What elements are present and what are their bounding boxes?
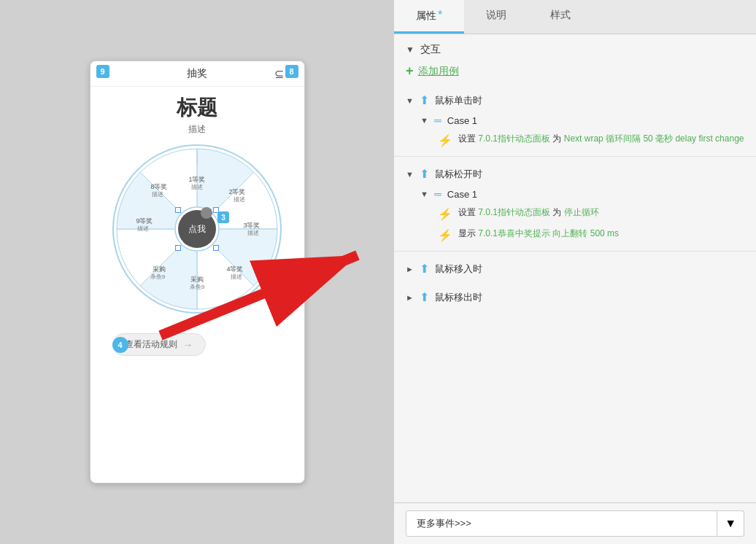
case-header-2[interactable]: ▼ ═ Case 1 [394, 185, 756, 203]
tab-style[interactable]: 样式 [528, 0, 593, 34]
chevron-down-icon: ▼ [406, 44, 414, 55]
action-text-3: 显示 7.0.1恭喜中奖提示 向上翻转 500 ms [458, 227, 619, 240]
phone-title: 抽奖 [187, 67, 207, 80]
event-header-3[interactable]: ► ⬆ 鼠标移入时 [394, 257, 756, 280]
action-item-1: ⚡ 设置 7.0.1指针动态面板 为 Next wrap 循环间隔 50 毫秒 … [394, 129, 756, 150]
event-group-1: ▼ ⬆ 鼠标单击时 ▼ ═ Case 1 ⚡ 设置 7.0.1指针动态面板 为 … [394, 86, 756, 153]
svg-text:杀鱼9: 杀鱼9 [190, 284, 205, 290]
right-panel: 属性 说明 样式 ▼ 交互 + 添加用例 ▼ ⬆ 鼠标单击时 ▼ ═ Case [394, 0, 756, 544]
phone-content: 标题 描述 [90, 87, 304, 374]
case-icon-2: ═ [434, 188, 441, 200]
action-text-2: 设置 7.0.1指针动态面板 为 停止循环 [458, 206, 599, 219]
lightning-icon: ⚡ [438, 207, 452, 221]
action-item-2: ⚡ 设置 7.0.1指针动态面板 为 停止循环 [394, 203, 756, 224]
badge-9: 9 [96, 65, 109, 78]
svg-text:杀鱼9: 杀鱼9 [150, 273, 166, 280]
add-case-label[interactable]: 添加用例 [418, 65, 459, 78]
gray-indicator [201, 207, 212, 219]
svg-text:描述: 描述 [191, 184, 203, 190]
case-name-2: Case 1 [447, 189, 477, 200]
event-header-4[interactable]: ► ⬆ 鼠标移出时 [394, 286, 756, 308]
share-icon: ⊆ [274, 67, 284, 81]
event-name-2: 鼠标松开时 [435, 168, 482, 181]
badge-8: 8 [285, 65, 298, 78]
rules-arrow-icon: → [183, 339, 193, 351]
panel-content: ▼ 交互 + 添加用例 ▼ ⬆ 鼠标单击时 ▼ ═ Case 1 ⚡ [394, 34, 756, 502]
badge-4: 4 [112, 337, 128, 353]
tab-description[interactable]: 说明 [464, 0, 528, 34]
event-group-3: ► ⬆ 鼠标移入时 [394, 254, 756, 283]
dropdown-arrow-icon: ▼ [725, 517, 736, 529]
event-group-2: ▼ ⬆ 鼠标松开时 ▼ ═ Case 1 ⚡ 设置 7.0.1指针动态面板 为 … [394, 160, 756, 248]
interaction-section-header: ▼ 交互 [394, 34, 756, 61]
bottom-area: 查看活动规则 → 4 [98, 322, 297, 367]
svg-text:描述: 描述 [137, 225, 149, 232]
case-icon-1: ═ [434, 114, 441, 126]
svg-text:3等奖: 3等奖 [243, 222, 260, 229]
event-header-1[interactable]: ▼ ⬆ 鼠标单击时 [394, 89, 756, 112]
description: 描述 [98, 123, 297, 136]
svg-text:采购: 采购 [190, 276, 204, 283]
lightning-icon: ⚡ [438, 228, 452, 242]
tab-bar: 属性 说明 样式 [394, 0, 756, 34]
action-item-3: ⚡ 显示 7.0.1恭喜中奖提示 向上翻转 500 ms [394, 224, 756, 245]
chevron-down-icon: ▼ [420, 116, 428, 125]
wheel-container: 1等奖 描述 2等奖 描述 3等奖 描述 4等奖 描述 采购 杀鱼9 采购 [109, 141, 285, 316]
phone-header: 9 抽奖 ⊆ 8 [90, 61, 304, 87]
mouse-leave-icon: ⬆ [420, 290, 429, 304]
event-name-3: 鼠标移入时 [435, 263, 482, 276]
mouse-enter-icon: ⬆ [420, 262, 429, 276]
mouse-click-icon: ⬆ [420, 93, 429, 107]
svg-text:描述: 描述 [247, 230, 259, 236]
main-title: 标题 [98, 94, 297, 122]
svg-text:4等奖: 4等奖 [226, 265, 243, 273]
svg-text:9等奖: 9等奖 [136, 217, 153, 225]
left-panel: 9 抽奖 ⊆ 8 标题 描述 [0, 0, 394, 544]
svg-text:描述: 描述 [234, 196, 245, 203]
chevron-down-icon: ▼ [406, 170, 414, 179]
chevron-right-icon: ► [406, 265, 414, 273]
chevron-right-icon: ► [406, 293, 414, 302]
chevron-down-icon: ▼ [406, 96, 414, 105]
plus-icon: + [406, 63, 414, 79]
handle-tl[interactable] [175, 207, 181, 213]
divider-1 [394, 156, 756, 157]
chevron-down-icon: ▼ [420, 190, 428, 198]
svg-text:2等奖: 2等奖 [228, 188, 245, 195]
handle-br[interactable] [213, 245, 219, 251]
lightning-icon: ⚡ [438, 133, 452, 147]
svg-text:描述: 描述 [231, 273, 242, 280]
event-name-4: 鼠标移出时 [435, 291, 482, 304]
case-header-1[interactable]: ▼ ═ Case 1 [394, 112, 756, 129]
event-group-4: ► ⬆ 鼠标移出时 [394, 283, 756, 311]
mouse-release-icon: ⬆ [420, 167, 429, 181]
badge-3: 3 [217, 211, 229, 223]
case-name-1: Case 1 [447, 115, 477, 126]
more-events-bar: 更多事件>>> ▼ [394, 502, 756, 544]
svg-text:8等奖: 8等奖 [150, 183, 167, 190]
more-events-dropdown[interactable]: ▼ [717, 510, 744, 537]
action-label-1: 设置 7.0.1指针动态面板 为 Next wrap 循环间隔 50 毫秒 de… [458, 133, 744, 144]
rules-label: 查看活动规则 [125, 338, 177, 351]
phone-frame: 9 抽奖 ⊆ 8 标题 描述 [90, 61, 305, 483]
tab-properties[interactable]: 属性 [394, 0, 464, 34]
handle-bl[interactable] [175, 245, 181, 251]
interaction-label: 交互 [420, 43, 441, 56]
more-events-text: 更多事件>>> [406, 510, 717, 537]
event-header-2[interactable]: ▼ ⬆ 鼠标松开时 [394, 163, 756, 185]
svg-text:1等奖: 1等奖 [188, 176, 205, 183]
event-name-1: 鼠标单击时 [435, 94, 482, 107]
action-text-1: 设置 7.0.1指针动态面板 为 Next wrap 循环间隔 50 毫秒 de… [458, 132, 744, 145]
svg-text:描述: 描述 [152, 191, 163, 198]
svg-text:采购: 采购 [153, 265, 166, 273]
divider-2 [394, 251, 756, 252]
add-case-button[interactable]: + 添加用例 [394, 61, 756, 86]
